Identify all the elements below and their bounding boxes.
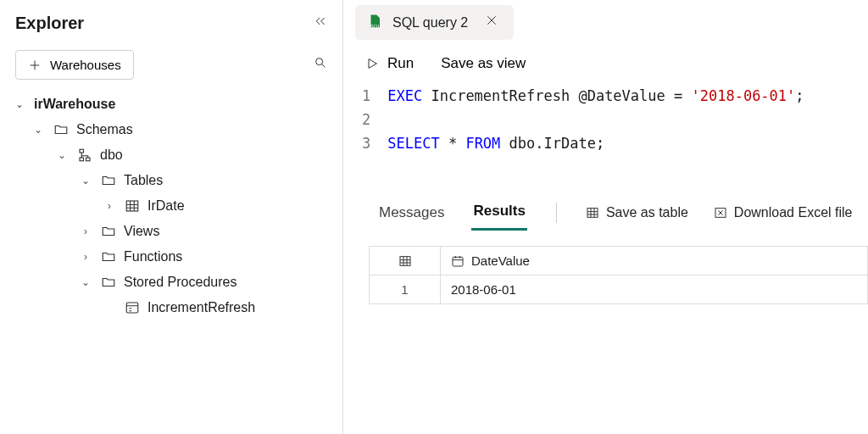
chevron-down-icon: ⌄ (12, 98, 27, 110)
excel-icon (714, 206, 727, 220)
cell-datevalue: 2018-06-01 (441, 275, 868, 303)
table-icon (586, 206, 599, 220)
add-warehouses-label: Warehouses (50, 58, 121, 72)
chevron-right-icon: › (102, 200, 117, 212)
divider (556, 203, 557, 223)
svg-text:SQL: SQL (370, 24, 381, 29)
tree-item-dbo[interactable]: ⌄ dbo (7, 142, 336, 168)
close-icon (485, 14, 498, 27)
svg-rect-3 (86, 158, 91, 161)
tree-label: dbo (100, 147, 123, 163)
tree-label: irWarehouse (34, 97, 115, 112)
tree-label: Views (124, 224, 159, 239)
search-button[interactable] (314, 56, 327, 74)
results-grid: DateValue 1 2018-06-01 (369, 246, 868, 304)
tree-item-irdate[interactable]: › IrDate (7, 193, 336, 219)
line-gutter: 123 (362, 84, 387, 155)
search-icon (314, 56, 327, 70)
chevron-down-icon: ⌄ (78, 276, 93, 288)
table-row[interactable]: 1 2018-06-01 (370, 275, 868, 304)
plus-icon (28, 58, 42, 72)
table-icon (398, 254, 412, 268)
grid-corner-cell[interactable] (370, 247, 441, 275)
calendar-icon (451, 254, 465, 268)
folder-icon (100, 173, 117, 188)
chevron-right-icon: › (78, 225, 93, 237)
folder-icon (100, 224, 117, 239)
query-toolbar: Run Save as view (343, 40, 868, 81)
results-panel: Messages Results Save as table Download … (343, 194, 868, 304)
explorer-sidebar: Explorer Warehouses ⌄ irWarehouse ⌄ Sche… (0, 0, 343, 434)
run-label: Run (387, 55, 414, 72)
collapse-sidebar-button[interactable] (314, 14, 327, 32)
folder-icon (100, 249, 117, 264)
tree-label: Schemas (76, 122, 133, 137)
tree-item-functions[interactable]: › Functions (7, 244, 336, 270)
explorer-title: Explorer (15, 14, 84, 33)
procedure-icon (124, 300, 141, 315)
tab-messages[interactable]: Messages (377, 196, 446, 230)
svg-rect-7 (587, 208, 598, 217)
chevron-double-left-icon (314, 14, 327, 28)
tree-label: IncrementRefresh (147, 300, 255, 315)
tree-item-warehouse[interactable]: ⌄ irWarehouse (7, 92, 336, 117)
row-index: 1 (370, 275, 441, 303)
play-icon (365, 57, 379, 70)
tree-item-views[interactable]: › Views (7, 219, 336, 244)
chevron-down-icon: ⌄ (31, 124, 46, 136)
svg-rect-9 (400, 256, 410, 265)
svg-rect-2 (80, 158, 84, 161)
sql-file-icon: SQL (367, 14, 382, 31)
run-button[interactable]: Run (365, 55, 414, 72)
tree-item-stored-procedures[interactable]: ⌄ Stored Procedures (7, 270, 336, 295)
main-panel: SQL SQL query 2 Run Save as view 123 EXE… (343, 0, 868, 434)
save-as-view-button[interactable]: Save as view (441, 55, 526, 72)
folder-icon (53, 122, 70, 137)
tree-label: Tables (124, 173, 163, 188)
svg-rect-5 (126, 303, 138, 313)
explorer-tree: ⌄ irWarehouse ⌄ Schemas ⌄ dbo ⌄ Tables ›… (0, 83, 342, 320)
grid-header-row: DateValue (370, 247, 868, 275)
code-area[interactable]: EXEC IncrementRefresh @DateValue = '2018… (387, 84, 804, 155)
add-warehouses-button[interactable]: Warehouses (15, 50, 134, 80)
tab-label: SQL query 2 (392, 15, 468, 31)
svg-rect-10 (453, 257, 463, 266)
tree-item-incrementrefresh[interactable]: IncrementRefresh (7, 295, 336, 320)
download-excel-button[interactable]: Download Excel file (714, 205, 853, 220)
chevron-down-icon: ⌄ (78, 175, 93, 186)
column-header-datevalue[interactable]: DateValue (441, 247, 868, 275)
svg-rect-1 (80, 149, 84, 153)
svg-point-0 (316, 58, 323, 65)
schema-icon (76, 147, 93, 163)
tab-sql-query[interactable]: SQL SQL query 2 (355, 5, 514, 40)
chevron-down-icon: ⌄ (54, 149, 70, 161)
folder-icon (100, 275, 117, 290)
tree-label: Functions (124, 249, 182, 264)
tree-label: IrDate (147, 198, 185, 214)
close-tab-button[interactable] (485, 14, 498, 31)
chevron-right-icon: › (78, 251, 93, 263)
tab-results[interactable]: Results (471, 194, 526, 231)
table-icon (124, 198, 141, 214)
save-as-view-label: Save as view (441, 55, 526, 72)
sql-editor[interactable]: 123 EXEC IncrementRefresh @DateValue = '… (343, 81, 868, 155)
tab-bar: SQL SQL query 2 (343, 0, 868, 40)
tree-item-tables[interactable]: ⌄ Tables (7, 168, 336, 193)
save-as-table-button[interactable]: Save as table (586, 205, 688, 220)
tree-label: Stored Procedures (124, 275, 236, 290)
tree-item-schemas[interactable]: ⌄ Schemas (7, 117, 336, 142)
svg-rect-4 (126, 201, 138, 211)
